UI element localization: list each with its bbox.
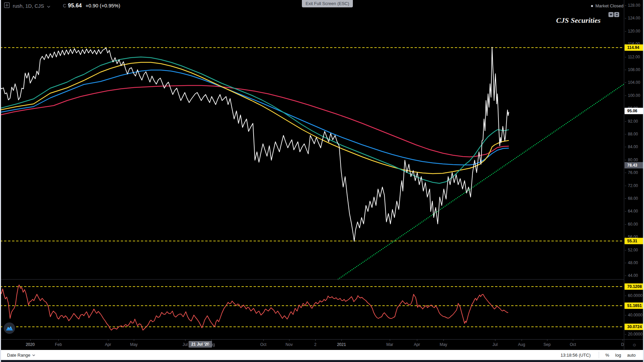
time-axis-tick [58,340,59,341]
price-badge-78.43: 78.43 [625,162,644,169]
time-axis-tick [443,340,444,341]
time-axis-label: Aug [518,342,525,347]
time-axis-tick [289,340,289,341]
time-axis-label: May [440,342,447,347]
triangle-down-icon [609,14,612,16]
quote-values: C 95.64 +0.90 (+0.95%) [63,3,120,9]
toolbar-right-group: 13:18:56 (UTC) % log auto [560,352,639,358]
time-axis-tick [211,340,212,341]
market-status-label: Market Closed [595,3,624,8]
time-axis-tick [134,340,134,341]
axis-corner[interactable]: ☼ [624,340,644,350]
price-axis-label: 60.00 [625,222,638,227]
percent-scale-button[interactable]: % [602,353,612,358]
time-axis-label: Jul [182,342,187,347]
time-axis-label: Jul [492,342,497,347]
last-price: 95.64 [68,3,82,9]
price-axis-label: 44.00 [625,273,638,278]
time-axis-tick [547,340,547,341]
maximize-pane-button[interactable] [614,12,619,17]
auto-scale-button[interactable]: auto [624,353,639,358]
price-badge-95.06: 95.06 [625,108,644,114]
time-axis-tick [623,340,623,341]
date-range-control[interactable]: Date Range [7,353,35,358]
time-axis-label: Apr [414,342,420,347]
time-axis-tick [108,340,108,341]
price-axis-label: 52.00 [625,248,638,252]
price-badge-114.94: 114.94 [625,45,644,51]
time-axis-label: 2020 [26,342,35,347]
price-axis-label: 124.00 [625,16,640,20]
time-axis-tick [341,340,342,341]
time-axis-tick [390,340,390,341]
price-axis-label: 112.00 [625,55,640,59]
clock-utc[interactable]: 13:18:56 (UTC) [560,353,591,358]
price-badge-51.1651: 51.1651 [625,303,644,309]
time-axis[interactable]: 21 Jul '20 ☼ 2020FebAprMayJulAugOctNov22… [0,339,644,350]
price-axis-label: 60.0000 [625,293,642,298]
price-axis-label: 20.0000 [625,332,642,337]
price-change: +0.90 (+0.95%) [86,3,120,8]
series-ma-blue [0,70,509,165]
layout-grid-icon[interactable] [4,2,10,9]
time-axis-tick [30,340,31,341]
time-axis-label: Oct [570,342,576,347]
chart-canvas[interactable] [0,0,644,362]
price-axis-label: 40.0000 [625,313,642,317]
time-axis-label: Feb [55,342,62,347]
time-axis-tick [573,340,573,341]
price-badge-30.0724: 30.0724 [625,324,644,330]
series-ma-teal [0,57,509,183]
sun-theme-icon[interactable]: ☼ [632,342,637,348]
price-axis[interactable]: 128.00124.00120.00116.00112.00108.00104.… [624,0,644,349]
chevron-down-icon [32,353,35,357]
market-status-dot-icon [591,5,593,7]
price-axis-label: 72.00 [625,183,638,188]
price-axis-label: 80.00 [625,158,638,162]
time-axis-label: D [621,342,624,347]
time-axis-label: Aug [208,342,215,347]
price-scale-buttons [608,12,619,17]
price-axis-label: 64.00 [625,209,638,214]
time-axis-label: 2021 [337,342,346,347]
indicator-logo-button[interactable] [4,322,15,334]
time-axis-label: May [130,342,138,347]
series-trendline [338,84,624,279]
log-scale-button[interactable]: log [612,353,624,358]
price-axis-label: 108.00 [625,67,640,72]
bottom-toolbar: Date Range 13:18:56 (UTC) % log auto [0,350,644,360]
price-axis-label: 68.00 [625,196,638,201]
toolbar-divider [599,352,599,358]
chevron-down-icon[interactable] [47,3,50,9]
up-down-arrows-icon [615,13,618,16]
market-status: Market Closed [591,3,624,8]
symbol-title[interactable]: rush, 1D, CJS [13,3,44,9]
price-axis-label: 88.00 [625,132,638,136]
price-axis-label: 92.00 [625,119,638,124]
broker-watermark: CJS Securities [556,16,601,25]
time-axis-label: Sep [543,342,550,347]
time-axis-label: Mar [386,342,393,347]
close-prefix: C [63,3,66,8]
time-axis-tick [417,340,417,341]
price-axis-label: 48.00 [625,260,638,265]
price-axis-label: 120.00 [625,29,640,34]
bottom-strip [0,360,644,362]
price-axis-label: 104.00 [625,80,640,85]
series-ma-red [0,85,509,157]
chart-header: rush, 1D, CJS C 95.64 +0.90 (+0.95%) [4,2,120,9]
mountain-chart-icon [6,325,13,331]
price-axis-label: 76.00 [625,170,638,175]
exit-fullscreen-tooltip: Exit Full Screen (ESC) [302,0,353,7]
series-price-line [0,47,509,241]
time-axis-tick [185,340,185,341]
price-axis-label: 84.00 [625,144,638,149]
collapse-pane-button[interactable] [608,12,613,17]
price-badge-55.31: 55.31 [625,238,644,244]
series-ma-yellow [0,62,509,174]
pane-separator[interactable] [0,279,644,280]
time-axis-label: 2 [314,342,317,347]
window-edge-left [0,0,1,362]
price-axis-label: 100.00 [625,93,640,98]
tradingview-fullscreen-chart: rush, 1D, CJS C 95.64 +0.90 (+0.95%) Exi… [0,0,644,362]
